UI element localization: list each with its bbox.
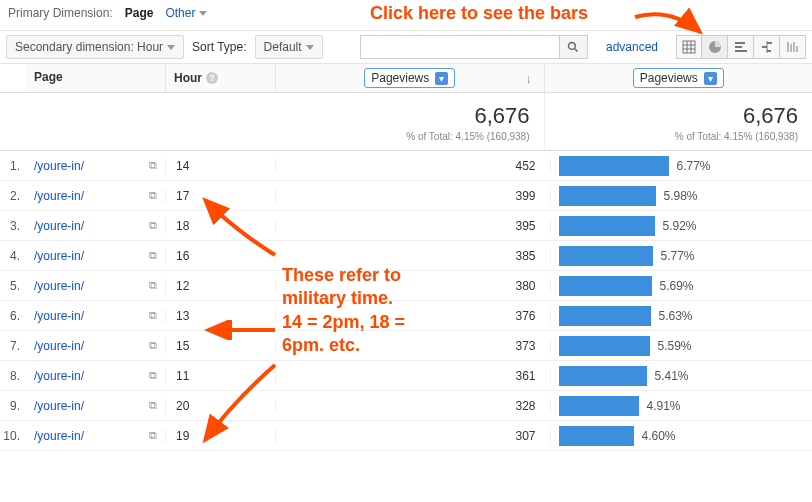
total-metric-2: 6,676 % of Total: 4.15% (160,938) xyxy=(545,93,813,150)
bar-fill xyxy=(559,396,639,416)
external-link-icon[interactable]: ⧉ xyxy=(149,309,157,322)
page-link[interactable]: /youre-in/ xyxy=(34,279,84,293)
other-dimension-link[interactable]: Other xyxy=(165,6,207,20)
bar-fill xyxy=(559,336,650,356)
external-link-icon[interactable]: ⧉ xyxy=(149,219,157,232)
metric-1-dropdown[interactable]: Pageviews▾ xyxy=(364,68,455,88)
bar-fill xyxy=(559,246,653,266)
cell-hour: 20 xyxy=(166,399,276,413)
row-number: 7. xyxy=(0,339,26,353)
cell-pageviews: 385 xyxy=(276,249,551,263)
cell-hour: 13 xyxy=(166,309,276,323)
header-page[interactable]: Page xyxy=(26,64,166,92)
cell-hour: 14 xyxy=(166,159,276,173)
table-row: 9./youre-in/⧉203284.91% xyxy=(0,391,812,421)
svg-rect-10 xyxy=(735,50,747,52)
page-link[interactable]: /youre-in/ xyxy=(34,399,84,413)
external-link-icon[interactable]: ⧉ xyxy=(149,399,157,412)
table-row: 1./youre-in/⧉144526.77% xyxy=(0,151,812,181)
page-link[interactable]: /youre-in/ xyxy=(34,219,84,233)
external-link-icon[interactable]: ⧉ xyxy=(149,339,157,352)
page-link[interactable]: /youre-in/ xyxy=(34,309,84,323)
page-link[interactable]: /youre-in/ xyxy=(34,189,84,203)
primary-dimension-bar: Primary Dimension: Page Other xyxy=(0,0,812,30)
cell-pageviews: 395 xyxy=(276,219,551,233)
cell-pageviews: 328 xyxy=(276,399,551,413)
cell-page: /youre-in/⧉ xyxy=(26,279,166,293)
view-performance-button[interactable] xyxy=(728,35,754,59)
cell-hour: 15 xyxy=(166,339,276,353)
total-metric-1: 6,676 % of Total: 4.15% (160,938) xyxy=(276,93,545,150)
svg-rect-8 xyxy=(735,42,745,44)
page-link[interactable]: /youre-in/ xyxy=(34,159,84,173)
primary-dimension-label: Primary Dimension: xyxy=(8,6,113,20)
chevron-down-icon xyxy=(199,11,207,16)
cell-page: /youre-in/⧉ xyxy=(26,159,166,173)
chevron-down-icon xyxy=(306,45,314,50)
bar-fill xyxy=(559,366,647,386)
external-link-icon[interactable]: ⧉ xyxy=(149,189,157,202)
metric-2-dropdown[interactable]: Pageviews▾ xyxy=(633,68,724,88)
table-row: 3./youre-in/⧉183955.92% xyxy=(0,211,812,241)
page-link[interactable]: /youre-in/ xyxy=(34,249,84,263)
bar-fill xyxy=(559,276,652,296)
cell-hour: 12 xyxy=(166,279,276,293)
cell-bar: 6.77% xyxy=(551,156,813,176)
row-number: 3. xyxy=(0,219,26,233)
cell-hour: 18 xyxy=(166,219,276,233)
sort-type-dropdown[interactable]: Default xyxy=(255,35,323,59)
svg-rect-14 xyxy=(767,50,771,52)
search-button[interactable] xyxy=(560,35,588,59)
cell-pageviews: 373 xyxy=(276,339,551,353)
page-link[interactable]: /youre-in/ xyxy=(34,369,84,383)
secondary-dimension-dropdown[interactable]: Secondary dimension: Hour xyxy=(6,35,184,59)
table-row: 6./youre-in/⧉133765.63% xyxy=(0,301,812,331)
svg-rect-12 xyxy=(767,42,772,44)
cell-page: /youre-in/⧉ xyxy=(26,429,166,443)
page-link[interactable]: /youre-in/ xyxy=(34,429,84,443)
sort-desc-icon[interactable]: ↓ xyxy=(526,72,532,86)
primary-dimension-value[interactable]: Page xyxy=(125,6,154,20)
cell-bar: 5.41% xyxy=(551,366,813,386)
row-number: 2. xyxy=(0,189,26,203)
sort-type-label: Sort Type: xyxy=(192,40,246,54)
row-number: 4. xyxy=(0,249,26,263)
comparison-icon xyxy=(760,40,774,54)
pie-icon xyxy=(708,40,722,54)
table-row: 4./youre-in/⧉163855.77% xyxy=(0,241,812,271)
cell-bar: 5.98% xyxy=(551,186,813,206)
row-number: 1. xyxy=(0,159,26,173)
cell-page: /youre-in/⧉ xyxy=(26,189,166,203)
external-link-icon[interactable]: ⧉ xyxy=(149,429,157,442)
external-link-icon[interactable]: ⧉ xyxy=(149,159,157,172)
header-metric-1: Pageviews▾ ↓ xyxy=(276,64,545,92)
search-input[interactable] xyxy=(360,35,560,59)
bar-pct: 4.60% xyxy=(642,429,676,443)
table-row: 10./youre-in/⧉193074.60% xyxy=(0,421,812,451)
cell-bar: 4.60% xyxy=(551,426,813,446)
view-percentage-button[interactable] xyxy=(702,35,728,59)
view-toggle-group xyxy=(676,35,806,59)
external-link-icon[interactable]: ⧉ xyxy=(149,279,157,292)
totals-row: 6,676 % of Total: 4.15% (160,938) 6,676 … xyxy=(0,93,812,151)
bar-fill xyxy=(559,156,669,176)
cell-bar: 4.91% xyxy=(551,396,813,416)
header-hour[interactable]: Hour ? xyxy=(166,64,276,92)
view-pivot-button[interactable] xyxy=(780,35,806,59)
advanced-link[interactable]: advanced xyxy=(606,40,658,54)
cell-hour: 11 xyxy=(166,369,276,383)
table-row: 5./youre-in/⧉123805.69% xyxy=(0,271,812,301)
chevron-updown-icon: ▾ xyxy=(435,72,448,85)
help-icon[interactable]: ? xyxy=(206,72,218,84)
bar-pct: 5.63% xyxy=(659,309,693,323)
external-link-icon[interactable]: ⧉ xyxy=(149,369,157,382)
bar-pct: 5.77% xyxy=(661,249,695,263)
svg-rect-9 xyxy=(735,46,742,48)
page-link[interactable]: /youre-in/ xyxy=(34,339,84,353)
bar-pct: 5.41% xyxy=(655,369,689,383)
view-comparison-button[interactable] xyxy=(754,35,780,59)
external-link-icon[interactable]: ⧉ xyxy=(149,249,157,262)
view-table-button[interactable] xyxy=(676,35,702,59)
cell-page: /youre-in/⧉ xyxy=(26,249,166,263)
cell-bar: 5.59% xyxy=(551,336,813,356)
